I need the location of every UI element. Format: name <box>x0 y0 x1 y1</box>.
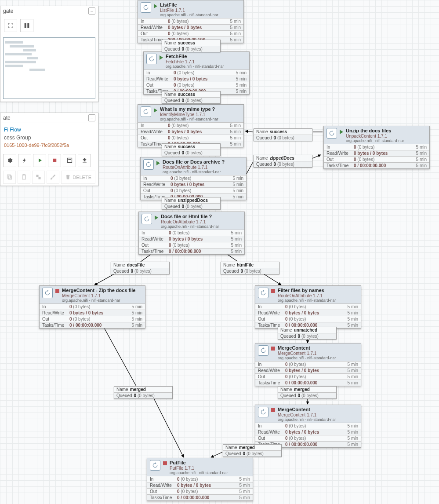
panel-title: gate <box>3 8 13 14</box>
connection-queued: 0 (0 bytes) <box>298 393 319 398</box>
svg-rect-19 <box>67 158 72 163</box>
run-status-icon <box>154 4 157 8</box>
flow-name: Fi Flow <box>4 126 94 134</box>
connection-name: unmatched <box>294 328 317 332</box>
processor-dochtml[interactable]: Docs file or Html file ?RouteOnAttribute… <box>138 212 245 255</box>
connection-name: unzippedDocs <box>178 198 208 203</box>
processor-icon <box>327 128 337 139</box>
fit-screen-button[interactable] <box>4 19 17 32</box>
copy-button[interactable] <box>3 171 16 184</box>
connection-name: success <box>178 40 195 45</box>
connection-c-docsfile[interactable]: NamedocsFileQueued0 (0 bytes) <box>111 262 170 274</box>
delete-button[interactable]: DELETE <box>61 171 95 184</box>
flow-canvas[interactable]: gate − ate − Fi Flow cess Group 0165-100… <box>0 0 439 504</box>
svg-line-14 <box>103 326 136 386</box>
svg-line-7 <box>264 274 281 285</box>
group-button[interactable] <box>32 171 45 184</box>
connection-c-unzipped[interactable]: NameunzippedDocsQueued0 (0 bytes) <box>162 197 221 210</box>
processor-docarchive[interactable]: Docs file or Docs archive ?RouteOnAttrib… <box>140 157 247 200</box>
connection-c-zipped[interactable]: NamezippedDocsQueued0 (0 bytes) <box>254 155 312 168</box>
stopped-status-icon <box>163 461 167 465</box>
connection-c-success4[interactable]: NamesuccessQueued0 (0 bytes) <box>254 128 312 141</box>
connection-name: zippedDocs <box>270 156 294 161</box>
stopped-status-icon <box>55 289 59 293</box>
template-button[interactable] <box>63 154 76 167</box>
processor-type: RouteOnAttribute 1.7.1 <box>163 165 225 170</box>
group-type: cess Group <box>4 134 94 142</box>
processor-name: Unzip the docs files <box>346 128 404 134</box>
processor-fetchfile[interactable]: FetchFileFetchFile 1.7.1org.apache.nifi … <box>143 51 250 95</box>
processor-bundle: org.apache.nifi - nifi-standard-nar <box>160 117 218 121</box>
processor-stats: In0 (0 bytes)5 minRead/Write0 bytes / 0 … <box>324 144 429 168</box>
run-status-icon <box>160 55 163 60</box>
connection-queued: 0 (0 bytes) <box>274 162 294 167</box>
stop-button[interactable] <box>48 154 61 167</box>
configure-button[interactable] <box>3 154 16 167</box>
processor-stats: In0 (0 bytes)5 minRead/Write0 bytes / 0 … <box>147 476 253 500</box>
processor-stats: In0 (0 bytes)5 minRead/Write0 bytes / 0 … <box>139 230 244 254</box>
processor-icon <box>42 288 53 298</box>
processor-bundle: org.apache.nifi - nifi-standard-nar <box>166 64 224 69</box>
svg-rect-18 <box>53 159 56 162</box>
processor-name: ListFile <box>160 2 218 8</box>
processor-name: Docs file or Html file ? <box>161 214 219 219</box>
processor-bundle: org.apache.nifi - nifi-standard-nar <box>278 356 336 360</box>
processor-name: FetchFile <box>166 54 224 59</box>
connection-queued: 0 (0 bytes) <box>134 393 155 398</box>
processor-merge2[interactable]: MergeContentMergeContent 1.7.1org.apache… <box>255 405 361 448</box>
processor-unzip[interactable]: Unzip the docs filesUnpackContent 1.7.1o… <box>323 126 430 169</box>
svg-rect-23 <box>22 175 26 179</box>
paste-button[interactable] <box>18 171 30 184</box>
processor-icon <box>143 159 154 170</box>
processor-name: Docs file or Docs archive ? <box>163 159 225 165</box>
connection-c-success3[interactable]: NamesuccessQueued0 (0 bytes) <box>162 143 221 156</box>
processor-bundle: org.apache.nifi - nifi-standard-nar <box>163 170 225 174</box>
connection-c-htmlfile[interactable]: NamehtmlFileQueued0 (0 bytes) <box>221 262 279 274</box>
processor-icon <box>258 288 268 298</box>
processor-mime[interactable]: What is my mime type ?IdentifyMimeType 1… <box>138 104 244 147</box>
processor-merge1[interactable]: MergeContentMergeContent 1.7.1org.apache… <box>255 343 361 386</box>
connection-name: htmlFile <box>237 263 254 267</box>
navigate-panel[interactable]: gate − <box>0 6 98 102</box>
connection-queued: 0 (0 bytes) <box>274 135 294 140</box>
operate-panel[interactable]: ate − Fi Flow cess Group 0165-1000-de99-… <box>0 113 98 186</box>
connection-c-success1[interactable]: NamesuccessQueued0 (0 bytes) <box>162 40 221 52</box>
processor-listfile[interactable]: ListFileListFile 1.7.1org.apache.nifi - … <box>138 0 244 43</box>
processor-type: UnpackContent 1.7.1 <box>346 134 404 139</box>
processor-bundle: org.apache.nifi - nifi-standard-nar <box>62 298 135 303</box>
connection-name: merged <box>294 387 310 392</box>
processor-type: FetchFile 1.7.1 <box>166 59 224 65</box>
connection-queued: 0 (0 bytes) <box>241 269 261 274</box>
color-button[interactable] <box>47 171 59 184</box>
processor-icon <box>258 407 268 417</box>
connection-name: merged <box>130 387 146 392</box>
connection-c-unmatched[interactable]: NameunmatchedQueued0 (0 bytes) <box>278 327 337 340</box>
collapse-icon[interactable]: − <box>88 7 95 15</box>
processor-filter[interactable]: Filter files by namesRouteOnAttribute 1.… <box>255 285 361 329</box>
panel-header: ate − <box>0 113 98 123</box>
processor-putfile[interactable]: PutFilePutFile 1.7.1org.apache.nifi - ni… <box>147 458 253 501</box>
run-status-icon <box>340 130 343 134</box>
birdseye-view[interactable] <box>3 37 95 99</box>
start-button[interactable] <box>33 154 46 167</box>
svg-line-3 <box>245 131 253 132</box>
upload-template-button[interactable] <box>78 154 91 167</box>
processor-name: What is my mime type ? <box>160 106 218 112</box>
enable-button[interactable] <box>18 154 31 167</box>
processor-icon <box>146 54 157 64</box>
group-uuid: 0165-1000-de99-7fc6f2852f5a <box>4 142 94 149</box>
svg-line-15 <box>154 398 184 457</box>
connection-c-merged1[interactable]: NamemergedQueued0 (0 bytes) <box>278 386 337 399</box>
processor-name: PutFile <box>170 460 228 466</box>
processor-bundle: org.apache.nifi - nifi-standard-nar <box>278 298 336 303</box>
connection-c-success2[interactable]: NamesuccessQueued0 (0 bytes) <box>162 91 221 104</box>
collapse-icon[interactable]: − <box>88 114 95 121</box>
connection-c-merged2[interactable]: NamemergedQueued0 (0 bytes) <box>223 444 282 457</box>
connection-name: success <box>270 129 287 134</box>
operate-buttons-row1 <box>0 152 98 169</box>
processor-type: RouteOnAttribute 1.7.1 <box>278 293 336 299</box>
actual-size-button[interactable] <box>20 19 33 32</box>
connection-queued: 0 (0 bytes) <box>182 150 203 155</box>
processor-mergezip[interactable]: MergeContent - Zip the docs fileMergeCon… <box>39 285 145 329</box>
connection-c-merged3[interactable]: NamemergedQueued0 (0 bytes) <box>114 386 173 399</box>
